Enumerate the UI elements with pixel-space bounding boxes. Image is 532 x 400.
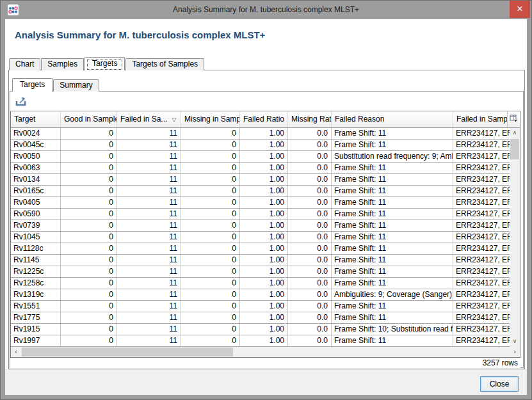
table-row[interactable]: Rv0045c01101.000.0Frame Shift: 11ERR2341… xyxy=(11,140,510,151)
scroll-down-icon[interactable]: ∨ xyxy=(510,337,520,347)
table-row[interactable]: Rv059001101.000.0Frame Shift: 11ERR23412… xyxy=(11,209,510,220)
table-cell: 1.00 xyxy=(240,243,288,254)
table-cell: Frame Shift: 11 xyxy=(332,232,453,243)
table-cell: 1.00 xyxy=(240,232,288,243)
table-row[interactable]: Rv1225c01101.000.0Frame Shift: 11ERR2341… xyxy=(11,266,510,278)
column-header-label: Missing in Samples xyxy=(184,115,240,124)
horizontal-scrollbar-thumb[interactable] xyxy=(22,348,233,356)
column-header-failed-ratio[interactable]: Failed Ratio xyxy=(240,111,288,127)
table-cell: Frame Shift: 11 xyxy=(332,335,453,346)
table-cell: 0 xyxy=(61,335,117,346)
table-row[interactable]: Rv114501101.000.0Frame Shift: 11ERR23412… xyxy=(11,255,510,266)
tab-targets[interactable]: Targets xyxy=(85,57,125,70)
table-cell: Frame Shift: 11 xyxy=(332,140,453,150)
table-cell: 0 xyxy=(181,174,240,185)
table-cell: 1.00 xyxy=(240,301,288,312)
sort-descending-icon: ▽ xyxy=(172,116,176,123)
table-row[interactable]: Rv191501101.000.0Frame Shift: 10; Substi… xyxy=(11,324,510,335)
table-cell: 11 xyxy=(117,128,181,139)
tab-targets-of-samples[interactable]: Targets of Samples xyxy=(125,58,204,70)
column-header-failed-in-sample[interactable]: Failed in Sample xyxy=(453,111,507,127)
scroll-right-icon[interactable]: › xyxy=(510,347,520,357)
table-cell: 11 xyxy=(117,174,181,185)
table-cell: 1.00 xyxy=(240,220,288,231)
table-row[interactable]: Rv006301101.000.0Frame Shift: 11ERR23412… xyxy=(11,163,510,174)
table-cell: Rv1258c xyxy=(11,278,61,289)
table-cell: 0 xyxy=(181,232,240,243)
tab-samples[interactable]: Samples xyxy=(41,58,84,70)
table-cell: ERR234127, ER. xyxy=(453,186,510,196)
column-header-missing-in-samples[interactable]: Missing in Samples xyxy=(181,111,240,127)
vertical-scrollbar[interactable]: ∧ ∨ xyxy=(510,128,520,347)
table-cell: Frame Shift: 11 xyxy=(332,186,453,196)
close-icon: × xyxy=(517,3,522,14)
column-header-missing-ratio[interactable]: Missing Ratio xyxy=(288,111,332,127)
horizontal-scrollbar[interactable]: ‹ › xyxy=(11,347,520,357)
close-button[interactable]: Close xyxy=(480,376,519,392)
table-cell: 1.00 xyxy=(240,289,288,300)
table-cell: 11 xyxy=(117,232,181,243)
table-cell: 0 xyxy=(61,278,117,289)
column-header-failed-in-sa[interactable]: Failed in Sa...▽ xyxy=(117,111,181,127)
scroll-left-icon[interactable]: ‹ xyxy=(11,347,21,357)
table-cell: 0 xyxy=(181,324,240,335)
table-cell: 1.00 xyxy=(240,255,288,266)
table-cell: 0.0 xyxy=(288,278,332,289)
table-cell: Rv0063 xyxy=(11,163,61,173)
table-cell: 0 xyxy=(61,151,117,162)
table-cell: Rv1915 xyxy=(11,324,61,335)
table-cell: 0 xyxy=(61,174,117,185)
table-cell: ERR234127, ER. xyxy=(453,197,510,208)
inner-tab-bar: TargetsSummary xyxy=(12,78,100,92)
table-row[interactable]: Rv199701101.000.0Frame Shift: 11ERR23412… xyxy=(11,335,510,347)
export-icon xyxy=(15,99,28,109)
tab-chart[interactable]: Chart xyxy=(9,58,40,70)
tab-summary[interactable]: Summary xyxy=(53,79,99,92)
table-cell: 1.00 xyxy=(240,266,288,277)
column-header-target[interactable]: Target xyxy=(11,111,61,127)
table-cell: 0.0 xyxy=(288,197,332,208)
table-cell: 0 xyxy=(181,128,240,139)
column-picker-button[interactable] xyxy=(507,111,520,127)
table-row[interactable]: Rv0165c01101.000.0Frame Shift: 11ERR2341… xyxy=(11,186,510,197)
column-header-good-in-samples[interactable]: Good in Samples xyxy=(61,111,117,127)
table-cell: 0.0 xyxy=(288,209,332,220)
table-cell: 1.00 xyxy=(240,209,288,220)
table-body: Rv002401101.000.0Frame Shift: 11ERR23412… xyxy=(11,128,510,347)
table-row[interactable]: Rv005001101.000.0Substitution read frequ… xyxy=(11,151,510,163)
table-row[interactable]: Rv1319c01101.000.0Ambiguities: 9; Covera… xyxy=(11,289,510,301)
vertical-scrollbar-thumb[interactable] xyxy=(510,139,519,159)
table-row[interactable]: Rv155101101.000.0Frame Shift: 11ERR23412… xyxy=(11,301,510,312)
table-cell: 0 xyxy=(181,335,240,346)
table-row[interactable]: Rv073901101.000.0Frame Shift: 11ERR23412… xyxy=(11,220,510,232)
table-row[interactable]: Rv013401101.000.0Frame Shift: 11ERR23412… xyxy=(11,174,510,186)
table-cell: 0 xyxy=(181,186,240,196)
table-cell: ERR234127, ER. xyxy=(453,289,510,300)
table-row[interactable]: Rv1258c01101.000.0Frame Shift: 11ERR2341… xyxy=(11,278,510,289)
table-row[interactable]: Rv1128c01101.000.0Frame Shift: 11ERR2341… xyxy=(11,243,510,255)
scroll-up-icon[interactable]: ∧ xyxy=(510,128,520,138)
table-cell: 0 xyxy=(181,140,240,150)
table-cell: Frame Shift: 11 xyxy=(332,278,453,289)
title-bar[interactable]: Analysis Summary for M. tuberculosis com… xyxy=(1,1,531,19)
table-cell: 0 xyxy=(181,301,240,312)
table-cell: 0.0 xyxy=(288,335,332,346)
tab-targets[interactable]: Targets xyxy=(12,78,52,92)
column-header-failed-reason[interactable]: Failed Reason xyxy=(332,111,453,127)
table-cell: 0 xyxy=(181,289,240,300)
table-cell: ERR234127, ER. xyxy=(453,312,510,323)
table-cell: 0.0 xyxy=(288,151,332,162)
table-row[interactable]: Rv040501101.000.0Frame Shift: 11ERR23412… xyxy=(11,197,510,209)
table-cell: Rv0165c xyxy=(11,186,61,196)
export-button[interactable] xyxy=(13,95,29,108)
window-close-button[interactable]: × xyxy=(510,1,530,18)
table-cell: 0.0 xyxy=(288,324,332,335)
table-cell: 0.0 xyxy=(288,232,332,243)
table-cell: 0.0 xyxy=(288,289,332,300)
table-cell: ERR234127, ER. xyxy=(453,301,510,312)
table-row[interactable]: Rv177501101.000.0Frame Shift: 11ERR23412… xyxy=(11,312,510,324)
table-cell: ERR234127, ER. xyxy=(453,266,510,277)
column-header-label: Good in Samples xyxy=(64,115,117,124)
table-row[interactable]: Rv002401101.000.0Frame Shift: 11ERR23412… xyxy=(11,128,510,140)
table-row[interactable]: Rv104501101.000.0Frame Shift: 11ERR23412… xyxy=(11,232,510,243)
